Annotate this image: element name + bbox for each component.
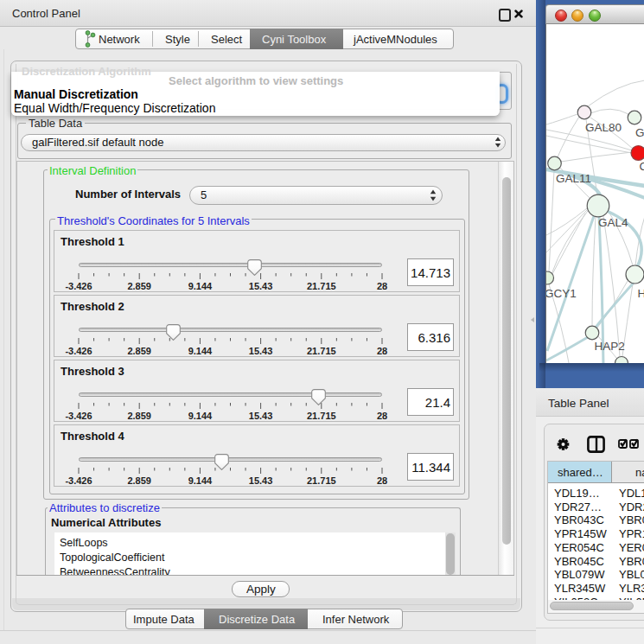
svg-text:H: H <box>638 287 644 300</box>
svg-text:HAP2: HAP2 <box>595 340 625 353</box>
svg-text:GAL4: GAL4 <box>598 216 628 229</box>
svg-text:CD: CD <box>640 160 644 173</box>
svg-text:GAL80: GAL80 <box>585 121 622 134</box>
svg-text:GCY1: GCY1 <box>545 287 577 300</box>
svg-text:GAL2: GAL2 <box>635 126 644 139</box>
svg-text:GAL11: GAL11 <box>556 172 591 185</box>
